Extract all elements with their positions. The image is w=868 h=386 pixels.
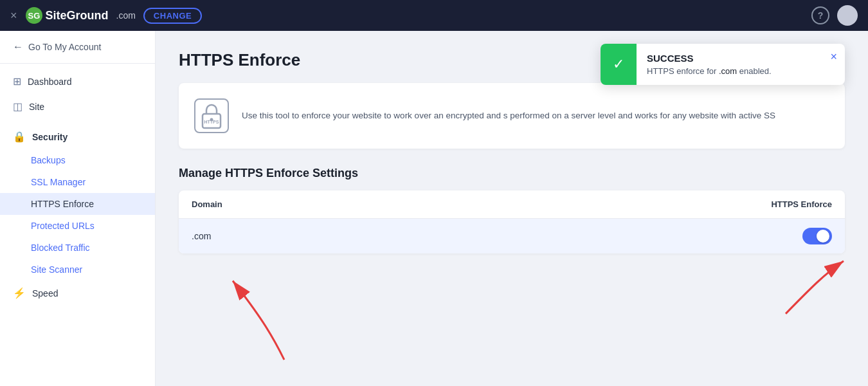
nav-right: ? xyxy=(811,5,858,26)
main-content: ✓ SUCCESS HTTPS enforce for .com enabled… xyxy=(156,31,868,386)
https-enforce-toggle[interactable] xyxy=(802,228,832,244)
toast-msg-text: HTTPS enforce for xyxy=(647,66,716,76)
toast-close-button[interactable]: × xyxy=(822,44,845,85)
toast-message: HTTPS enforce for .com enabled. xyxy=(647,66,812,76)
manage-settings-title: Manage HTTPS Enforce Settings xyxy=(179,167,845,180)
help-button[interactable]: ? xyxy=(811,6,829,24)
site-icon: ◫ xyxy=(13,100,23,113)
domain-value: .com xyxy=(192,231,211,241)
col-domain-header: Domain xyxy=(192,199,222,209)
security-lock-icon: 🔒 xyxy=(13,131,26,143)
success-toast: ✓ SUCCESS HTTPS enforce for .com enabled… xyxy=(601,44,845,85)
sidebar-site-label: Site xyxy=(29,102,44,112)
sidebar-item-protected-urls[interactable]: Protected URLs xyxy=(0,215,155,237)
sidebar-item-backups[interactable]: Backups xyxy=(0,149,155,171)
toast-green-bar: ✓ xyxy=(601,44,637,85)
toggle-track[interactable] xyxy=(802,228,832,244)
logo-icon: SG xyxy=(25,6,43,24)
sidebar-security-section: 🔒 Security xyxy=(0,124,155,149)
table-row: .com xyxy=(179,219,845,253)
sidebar-item-site-scanner[interactable]: Site Scanner xyxy=(0,259,155,280)
toggle-thumb xyxy=(817,230,829,243)
https-lock-icon: HTTPS xyxy=(194,98,229,133)
go-to-account-label: Go To My Account xyxy=(28,42,101,52)
logo: SG SiteGround xyxy=(25,6,109,24)
domain-display: .com xyxy=(116,10,136,21)
svg-point-4 xyxy=(210,118,213,122)
sidebar-item-https-enforce[interactable]: HTTPS Enforce xyxy=(0,193,155,215)
sidebar-speed-label: Speed xyxy=(32,288,58,299)
info-description: Use this tool to enforce your website to… xyxy=(242,109,775,123)
avatar[interactable] xyxy=(837,5,858,26)
sidebar-item-speed[interactable]: ⚡ Speed xyxy=(0,280,155,306)
main-layout: ← Go To My Account ⊞ Dashboard ◫ Site 🔒 … xyxy=(0,31,868,386)
table-header: Domain HTTPS Enforce xyxy=(179,190,845,219)
lock-svg: HTTPS xyxy=(200,102,223,129)
info-card: HTTPS Use this tool to enforce your webs… xyxy=(179,83,845,149)
dashboard-icon: ⊞ xyxy=(13,75,21,87)
back-arrow-icon: ← xyxy=(13,41,23,53)
sidebar-main-items: ⊞ Dashboard ◫ Site xyxy=(0,64,155,124)
sidebar-item-site[interactable]: ◫ Site xyxy=(0,94,155,119)
security-label: Security xyxy=(32,132,68,142)
sidebar-item-ssl-manager[interactable]: SSL Manager xyxy=(0,171,155,193)
sidebar-dashboard-label: Dashboard xyxy=(28,77,72,87)
https-settings-table: Domain HTTPS Enforce .com xyxy=(179,190,845,253)
speed-icon: ⚡ xyxy=(13,287,26,299)
domain-text: .com xyxy=(116,10,136,21)
toast-body: SUCCESS HTTPS enforce for .com enabled. xyxy=(637,44,822,85)
toast-check-icon: ✓ xyxy=(613,56,624,73)
close-icon[interactable]: × xyxy=(10,9,17,23)
sidebar-item-blocked-traffic[interactable]: Blocked Traffic xyxy=(0,237,155,259)
top-navigation: × SG SiteGround .com CHANGE ? xyxy=(0,0,868,31)
toast-suffix: enabled. xyxy=(739,66,772,76)
go-to-account-link[interactable]: ← Go To My Account xyxy=(0,31,155,64)
toast-title: SUCCESS xyxy=(647,53,812,64)
svg-text:SG: SG xyxy=(28,11,40,21)
sidebar-item-dashboard[interactable]: ⊞ Dashboard xyxy=(0,69,155,94)
logo-text: SiteGround xyxy=(46,9,109,23)
sidebar: ← Go To My Account ⊞ Dashboard ◫ Site 🔒 … xyxy=(0,31,156,386)
col-https-header: HTTPS Enforce xyxy=(771,199,832,209)
change-button[interactable]: CHANGE xyxy=(143,8,202,24)
toast-domain: .com xyxy=(719,66,737,76)
sidebar-security-subitems: Backups SSL Manager HTTPS Enforce Protec… xyxy=(0,149,155,280)
